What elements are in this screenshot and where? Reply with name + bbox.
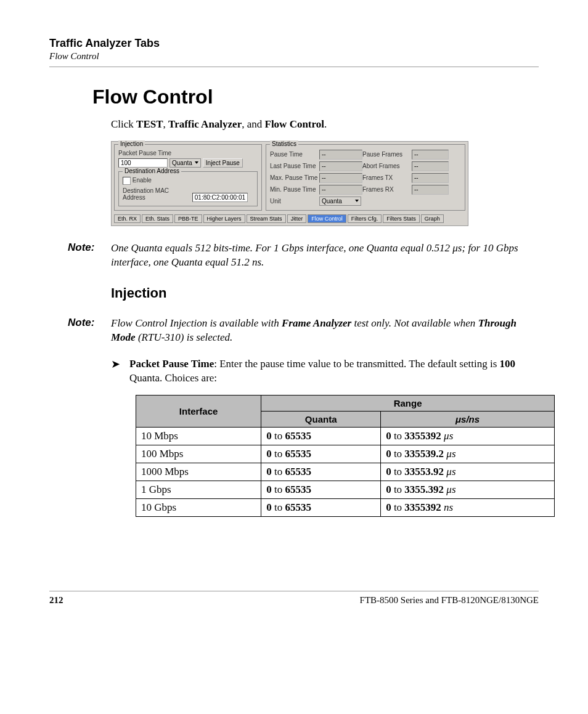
stat-label: Min. Pause Time	[270, 186, 319, 193]
tab-higher-layers[interactable]: Higher Layers	[203, 214, 245, 223]
bottom-tab-strip: Eth. RX Eth. Stats PBB-TE Higher Layers …	[114, 214, 465, 223]
tab-eth-rx[interactable]: Eth. RX	[114, 214, 141, 223]
stat-label: Pause Time	[270, 151, 319, 158]
note-label: Note:	[68, 241, 111, 254]
table-row: 100 Mbps0 to 655350 to 335539.2 μs	[136, 445, 555, 463]
page-header-subtitle: Flow Control	[49, 51, 539, 62]
page-header-title: Traffic Analyzer Tabs	[49, 37, 539, 50]
statistics-panel: Statistics Pause Time -- Pause Frames --…	[266, 144, 465, 211]
dest-mac-label: Destination MAC Address	[123, 187, 190, 201]
stat-label: Frames TX	[362, 174, 412, 181]
stat-value: --	[412, 150, 449, 160]
enable-checkbox[interactable]	[123, 177, 131, 185]
th-us-ns: μs/ns	[381, 411, 555, 427]
subsection-heading: Injection	[111, 285, 539, 301]
th-quanta: Quanta	[261, 411, 381, 427]
note-text: One Quanta equals 512 bits-time. For 1 G…	[111, 241, 526, 270]
stat-value: --	[319, 150, 362, 160]
note-label: Note:	[68, 317, 111, 329]
dest-mac-input[interactable]: 01:80:C2:00:00:01	[192, 193, 248, 202]
stat-label: Abort Frames	[362, 163, 412, 169]
tab-eth-stats[interactable]: Eth. Stats	[142, 214, 173, 223]
tab-filters-stats[interactable]: Filters Stats	[383, 214, 420, 223]
unit-label: Unit	[270, 198, 319, 205]
table-row: 10 Mbps0 to 655350 to 3355392 μs	[136, 427, 555, 445]
table-row: 1000 Mbps0 to 655350 to 33553.92 μs	[136, 463, 555, 481]
stat-label: Pause Frames	[362, 151, 412, 158]
tab-stream-stats[interactable]: Stream Stats	[247, 214, 286, 223]
injection-panel-title: Injection	[118, 140, 145, 147]
section-heading: Flow Control	[92, 86, 539, 108]
bullet-arrow-icon: ➤	[111, 357, 129, 371]
tab-pbb-te[interactable]: PBB-TE	[174, 214, 202, 223]
stat-label: Frames RX	[362, 186, 412, 193]
tab-filters-cfg[interactable]: Filters Cfg.	[348, 214, 382, 223]
app-screenshot: Injection Packet Pause Time 100 Quanta I…	[111, 141, 468, 226]
stat-value: --	[412, 173, 449, 183]
statistics-panel-title: Statistics	[270, 140, 298, 147]
unit-select[interactable]: Quanta	[319, 197, 361, 206]
stat-label: Max. Pause Time	[270, 174, 319, 181]
injection-panel: Injection Packet Pause Time 100 Quanta I…	[114, 144, 262, 211]
stat-value: --	[319, 173, 362, 183]
th-range: Range	[261, 395, 555, 411]
stat-value: --	[319, 161, 362, 171]
table-row: 10 Gbps0 to 655350 to 3355392 ns	[136, 498, 555, 516]
stat-value: --	[412, 161, 449, 171]
packet-pause-label: Packet Pause Time	[118, 150, 171, 156]
chevron-down-icon	[355, 200, 359, 202]
th-interface: Interface	[136, 395, 261, 427]
intro-paragraph: Click TEST, Traffic Analyzer, and Flow C…	[111, 118, 526, 132]
chevron-down-icon	[195, 161, 198, 164]
packet-pause-input[interactable]: 100	[118, 158, 168, 168]
table-row: 1 Gbps0 to 655350 to 3355.392 μs	[136, 481, 555, 498]
dest-address-panel: Destination Address Enable Destination M…	[118, 171, 258, 206]
stat-value: --	[412, 185, 449, 195]
bullet-text: Packet Pause Time: Enter the pause time …	[129, 357, 526, 386]
footer-doc-title: FTB-8500 Series and FTB-8120NGE/8130NGE	[360, 595, 539, 606]
tab-graph[interactable]: Graph	[421, 214, 444, 223]
page-number: 212	[49, 595, 63, 606]
stat-value: --	[319, 185, 362, 195]
tab-flow-control[interactable]: Flow Control	[308, 214, 346, 223]
stat-label: Last Pause Time	[270, 163, 319, 169]
header-divider	[49, 67, 539, 67]
tab-jitter[interactable]: Jitter	[287, 214, 307, 223]
dest-address-title: Destination Address	[123, 168, 181, 174]
quanta-select[interactable]: Quanta	[169, 158, 201, 168]
enable-label: Enable	[133, 177, 152, 184]
inject-pause-button[interactable]: Inject Pause	[203, 158, 243, 168]
range-table: Interface Range Quanta μs/ns 10 Mbps0 to…	[136, 395, 555, 517]
note-text: Flow Control Injection is available with…	[111, 317, 526, 345]
